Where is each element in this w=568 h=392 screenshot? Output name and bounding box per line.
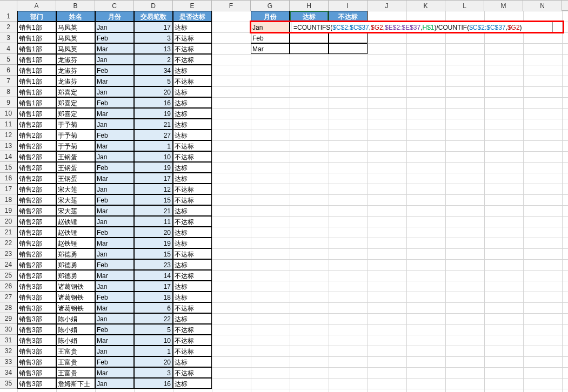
cell-B5[interactable]: 龙淑芬 bbox=[56, 54, 95, 65]
col-header-F[interactable]: F bbox=[212, 1, 251, 11]
cell-C8[interactable]: Jan bbox=[95, 86, 134, 97]
cell-A32[interactable]: 销售3部 bbox=[17, 346, 56, 356]
cell-G2[interactable]: Jan bbox=[251, 22, 290, 32]
cell-A23[interactable]: 销售2部 bbox=[17, 248, 56, 259]
cell-E14[interactable]: 不达标 bbox=[173, 151, 212, 162]
col-header-M[interactable]: M bbox=[484, 1, 523, 11]
cell-B7[interactable]: 龙淑芬 bbox=[56, 76, 95, 86]
cell-D6[interactable]: 34 bbox=[134, 65, 173, 76]
cell-A4[interactable]: 销售1部 bbox=[17, 43, 56, 54]
cell-D33[interactable]: 20 bbox=[134, 356, 173, 367]
cell-B21[interactable]: 赵铁锤 bbox=[56, 227, 95, 238]
cell-C4[interactable]: Mar bbox=[95, 43, 134, 54]
cell-C24[interactable]: Feb bbox=[95, 259, 134, 270]
cell-A35[interactable]: 销售3部 bbox=[17, 378, 56, 389]
cell-A5[interactable]: 销售1部 bbox=[17, 54, 56, 65]
cell-E35[interactable]: 达标 bbox=[173, 378, 212, 389]
cell-E18[interactable]: 不达标 bbox=[173, 194, 212, 205]
cell-B31[interactable]: 陈小娟 bbox=[56, 335, 95, 346]
cell-C1[interactable]: 月份 bbox=[95, 11, 134, 22]
cell-C16[interactable]: Mar bbox=[95, 173, 134, 184]
cell-D35[interactable]: 16 bbox=[134, 378, 173, 389]
cell-A3[interactable]: 销售1部 bbox=[17, 32, 56, 43]
cell-B3[interactable]: 马凤英 bbox=[56, 32, 95, 43]
cell-D5[interactable]: 2 bbox=[134, 54, 173, 65]
cell-D27[interactable]: 18 bbox=[134, 292, 173, 302]
cell-E11[interactable]: 达标 bbox=[173, 119, 212, 130]
col-header-B[interactable]: B bbox=[56, 1, 95, 11]
cell-C27[interactable]: Feb bbox=[95, 292, 134, 302]
cell-A25[interactable]: 销售2部 bbox=[17, 270, 56, 281]
cell-D1[interactable]: 交易笔数 bbox=[134, 11, 173, 22]
cell-B27[interactable]: 诸葛钢铁 bbox=[56, 292, 95, 302]
cell-C29[interactable]: Jan bbox=[95, 313, 134, 324]
cell-E1[interactable]: 是否达标 bbox=[173, 11, 212, 22]
row-header-8[interactable]: 8 bbox=[0, 86, 17, 97]
cell-I4[interactable] bbox=[329, 43, 367, 54]
cell-C14[interactable]: Jan bbox=[95, 151, 134, 162]
cell-A1[interactable]: 部门 bbox=[17, 11, 56, 22]
cell-D4[interactable]: 13 bbox=[134, 43, 173, 54]
cell-A8[interactable]: 销售1部 bbox=[17, 86, 56, 97]
cell-A18[interactable]: 销售2部 bbox=[17, 194, 56, 205]
row-header-13[interactable]: 13 bbox=[0, 140, 17, 151]
cell-E29[interactable]: 达标 bbox=[173, 313, 212, 324]
cell-A24[interactable]: 销售2部 bbox=[17, 259, 56, 270]
cell-D15[interactable]: 19 bbox=[134, 162, 173, 173]
cell-E25[interactable]: 不达标 bbox=[173, 270, 212, 281]
cell-E32[interactable]: 不达标 bbox=[173, 346, 212, 356]
cell-D18[interactable]: 15 bbox=[134, 194, 173, 205]
cell-B32[interactable]: 王富贵 bbox=[56, 346, 95, 356]
row-header-19[interactable]: 19 bbox=[0, 205, 17, 216]
cell-E23[interactable]: 不达标 bbox=[173, 248, 212, 259]
cell-E22[interactable]: 达标 bbox=[173, 238, 212, 248]
cell-B17[interactable]: 宋大莲 bbox=[56, 184, 95, 194]
cell-D11[interactable]: 21 bbox=[134, 119, 173, 130]
cell-G3[interactable]: Feb bbox=[251, 32, 290, 43]
cell-B11[interactable]: 于予菊 bbox=[56, 119, 95, 130]
cell-C22[interactable]: Mar bbox=[95, 238, 134, 248]
cell-C31[interactable]: Mar bbox=[95, 335, 134, 346]
cell-B35[interactable]: 詹姆斯下士 bbox=[56, 378, 95, 389]
cell-B14[interactable]: 王钢蛋 bbox=[56, 151, 95, 162]
cell-D2[interactable]: 17 bbox=[134, 22, 173, 32]
cell-C15[interactable]: Feb bbox=[95, 162, 134, 173]
cell-E17[interactable]: 不达标 bbox=[173, 184, 212, 194]
cell-I1[interactable]: 不达标 bbox=[329, 11, 367, 22]
cell-A22[interactable]: 销售2部 bbox=[17, 238, 56, 248]
cell-D17[interactable]: 12 bbox=[134, 184, 173, 194]
cell-C5[interactable]: Jan bbox=[95, 54, 134, 65]
cell-B22[interactable]: 赵铁锤 bbox=[56, 238, 95, 248]
cell-C21[interactable]: Feb bbox=[95, 227, 134, 238]
cell-A19[interactable]: 销售2部 bbox=[17, 205, 56, 216]
col-header-K[interactable]: K bbox=[406, 1, 445, 11]
cell-C28[interactable]: Mar bbox=[95, 302, 134, 313]
cell-E5[interactable]: 不达标 bbox=[173, 54, 212, 65]
cell-B28[interactable]: 诸葛钢铁 bbox=[56, 302, 95, 313]
row-header-17[interactable]: 17 bbox=[0, 184, 17, 194]
row-header-6[interactable]: 6 bbox=[0, 65, 17, 76]
cell-E15[interactable]: 达标 bbox=[173, 162, 212, 173]
cell-D14[interactable]: 10 bbox=[134, 151, 173, 162]
cell-G1[interactable]: 月份 bbox=[251, 11, 290, 22]
cell-A12[interactable]: 销售2部 bbox=[17, 130, 56, 140]
col-header-C[interactable]: C bbox=[95, 1, 134, 11]
cell-E13[interactable]: 不达标 bbox=[173, 140, 212, 151]
row-header-27[interactable]: 27 bbox=[0, 292, 17, 302]
cell-A14[interactable]: 销售2部 bbox=[17, 151, 56, 162]
cell-C13[interactable]: Mar bbox=[95, 140, 134, 151]
cell-D10[interactable]: 19 bbox=[134, 108, 173, 119]
select-all-corner[interactable] bbox=[0, 1, 17, 11]
row-header-30[interactable]: 30 bbox=[0, 324, 17, 335]
cell-A21[interactable]: 销售2部 bbox=[17, 227, 56, 238]
cell-E2[interactable]: 达标 bbox=[173, 22, 212, 32]
cell-B4[interactable]: 马凤英 bbox=[56, 43, 95, 54]
cell-C18[interactable]: Feb bbox=[95, 194, 134, 205]
cell-H1[interactable]: 达标 bbox=[290, 11, 329, 22]
cell-A30[interactable]: 销售3部 bbox=[17, 324, 56, 335]
row-header-22[interactable]: 22 bbox=[0, 238, 17, 248]
cell-B23[interactable]: 郑德勇 bbox=[56, 248, 95, 259]
cell-C3[interactable]: Feb bbox=[95, 32, 134, 43]
cell-B19[interactable]: 宋大莲 bbox=[56, 205, 95, 216]
cell-B8[interactable]: 郑喜定 bbox=[56, 86, 95, 97]
